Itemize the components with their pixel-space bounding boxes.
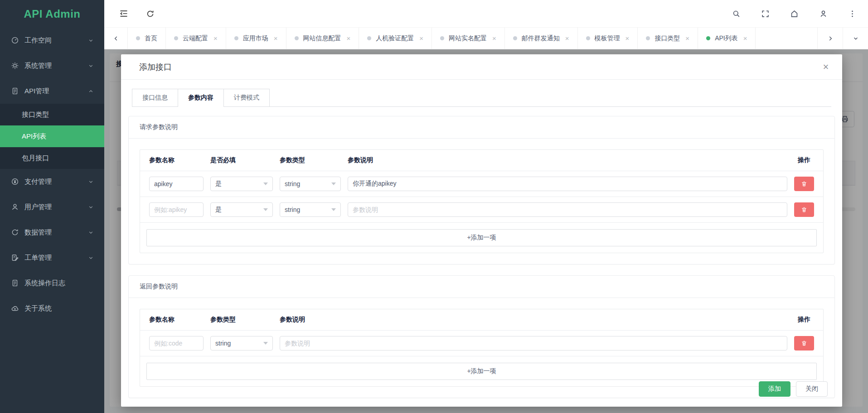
dialog-header: 添加接口 × — [121, 54, 842, 80]
add-request-param-button[interactable]: +添加一项 — [146, 229, 817, 246]
request-params-table: 参数名称 是否必填 参数类型 参数说明 操作 是 — [140, 149, 824, 253]
tab-close-icon[interactable]: × — [743, 35, 747, 42]
chevron-down-icon — [263, 182, 268, 185]
param-required-select[interactable]: 是 — [210, 177, 273, 191]
sidebar-item-user-management[interactable]: 用户管理 — [0, 194, 104, 220]
dialog-close-icon[interactable]: × — [819, 60, 833, 74]
add-row-wrapper: +添加一项 — [140, 223, 823, 253]
content-area: 接 添加接口 × 接口信息 — [104, 49, 868, 413]
dialog-title: 添加接口 — [139, 62, 172, 72]
home-button[interactable] — [787, 7, 801, 20]
tab-interface-info[interactable]: 接口信息 — [132, 89, 178, 107]
chevron-down-icon — [88, 37, 94, 43]
sidebar-subitem-monthly-api[interactable]: 包月接口 — [0, 147, 104, 169]
delete-row-button[interactable] — [794, 177, 814, 191]
tab-label: 网站信息配置 — [303, 34, 341, 43]
column-header-name: 参数名称 — [149, 156, 204, 164]
tab-home[interactable]: 首页 — [128, 28, 166, 49]
tab-realname-config[interactable]: 网站实名配置 × — [432, 28, 505, 49]
tab-label: 模板管理 — [595, 34, 620, 43]
sidebar-item-label: 关于系统 — [24, 304, 94, 313]
chevron-down-icon — [88, 62, 94, 69]
tab-cloud-config[interactable]: 云端配置 × — [166, 28, 226, 49]
tab-close-icon[interactable]: × — [685, 35, 689, 42]
dialog-close-button[interactable]: 关闭 — [796, 381, 828, 397]
tabs-scroll-right-button[interactable] — [817, 28, 843, 49]
sidebar-item-workspace[interactable]: 工作空间 — [0, 28, 104, 53]
delete-row-button[interactable] — [794, 202, 814, 217]
tab-captcha-config[interactable]: 人机验证配置 × — [359, 28, 432, 49]
param-required-select[interactable]: 是 — [210, 202, 273, 217]
tab-close-icon[interactable]: × — [492, 35, 496, 42]
param-type-select[interactable]: string — [280, 202, 341, 217]
tab-site-info-config[interactable]: 网站信息配置 × — [286, 28, 359, 49]
search-button[interactable] — [729, 7, 743, 20]
tabs-scroll-left-button[interactable] — [104, 28, 128, 49]
api-document-icon — [11, 87, 19, 95]
sidebar-item-data-management[interactable]: 数据管理 — [0, 220, 104, 245]
delete-row-button[interactable] — [794, 336, 814, 351]
param-name-input[interactable] — [149, 177, 204, 191]
tab-label: 云端配置 — [183, 34, 208, 43]
tab-parameter-content[interactable]: 参数内容 — [178, 89, 223, 107]
param-name-input[interactable] — [149, 202, 204, 217]
tab-close-icon[interactable]: × — [274, 35, 278, 42]
tab-close-icon[interactable]: × — [419, 35, 423, 42]
cloud-about-icon — [11, 304, 19, 312]
tabs-container: 首页 云端配置 × 应用市场 × 网站信息配置 × — [128, 28, 817, 49]
select-value: string — [285, 206, 300, 213]
sidebar-item-label: 用户管理 — [24, 203, 88, 211]
collapse-sidebar-button[interactable] — [117, 7, 131, 20]
tab-app-market[interactable]: 应用市场 × — [226, 28, 286, 49]
tabs-menu-button[interactable] — [843, 28, 868, 49]
fullscreen-button[interactable] — [758, 7, 772, 20]
param-desc-input[interactable] — [348, 177, 787, 191]
more-dots-icon[interactable] — [845, 7, 859, 20]
sidebar-item-about-system[interactable]: 关于系统 — [0, 296, 104, 321]
chevron-down-icon — [331, 208, 336, 211]
sidebar-subitem-interface-type[interactable]: 接口类型 — [0, 104, 104, 125]
tab-close-icon[interactable]: × — [565, 35, 569, 42]
param-desc-input[interactable] — [280, 336, 787, 351]
tab-label: API列表 — [715, 34, 738, 43]
sidebar-item-label: 支付管理 — [24, 178, 88, 186]
sidebar-item-system-management[interactable]: 系统管理 — [0, 53, 104, 78]
sidebar-subitem-api-list[interactable]: API列表 — [0, 125, 104, 147]
sidebar-submenu-api: 接口类型 API列表 包月接口 — [0, 104, 104, 169]
chevron-down-icon — [88, 229, 94, 235]
tab-bar: 首页 云端配置 × 应用市场 × 网站信息配置 × — [104, 28, 868, 49]
tab-interface-type[interactable]: 接口类型 × — [638, 28, 698, 49]
tab-close-icon[interactable]: × — [213, 35, 218, 42]
tab-close-icon[interactable]: × — [347, 35, 351, 42]
sidebar-item-system-operation-log[interactable]: 系统操作日志 — [0, 270, 104, 296]
tab-mail-notify[interactable]: 邮件群发通知 × — [505, 28, 578, 49]
ticket-icon — [11, 254, 19, 262]
sidebar-item-work-order-management[interactable]: 工单管理 — [0, 245, 104, 270]
dialog-tabs: 接口信息 参数内容 计费模式 — [132, 89, 831, 107]
table-header-row: 参数名称 是否必填 参数类型 参数说明 操作 — [140, 150, 823, 171]
column-header-required: 是否必填 — [210, 156, 273, 164]
tab-close-icon[interactable]: × — [626, 35, 630, 42]
param-row: 是 string — [140, 197, 823, 223]
data-sync-icon — [11, 228, 19, 236]
tab-template-management[interactable]: 模板管理 × — [578, 28, 638, 49]
tab-label: 首页 — [145, 34, 157, 43]
refresh-button[interactable] — [143, 7, 157, 20]
sidebar-item-payment-management[interactable]: 支付管理 — [0, 169, 104, 194]
chevron-down-icon — [263, 342, 268, 345]
app-root: API Admin 工作空间 系统管理 API管理 — [0, 0, 868, 413]
user-menu-button[interactable] — [816, 7, 830, 20]
tab-billing-mode[interactable]: 计费模式 — [223, 89, 270, 107]
sidebar-item-label: 系统操作日志 — [24, 279, 94, 288]
chevron-down-icon — [88, 204, 94, 210]
submit-button[interactable]: 添加 — [759, 381, 790, 397]
param-name-input[interactable] — [149, 336, 204, 351]
param-type-select[interactable]: string — [280, 177, 341, 191]
param-type-select[interactable]: string — [210, 336, 273, 351]
sidebar-item-api-management[interactable]: API管理 — [0, 78, 104, 104]
tab-api-list[interactable]: API列表 × — [698, 28, 756, 49]
column-header-desc: 参数说明 — [280, 316, 787, 324]
param-row: 是 string — [140, 171, 823, 197]
param-desc-input[interactable] — [348, 202, 787, 217]
tab-status-dot — [234, 36, 238, 40]
